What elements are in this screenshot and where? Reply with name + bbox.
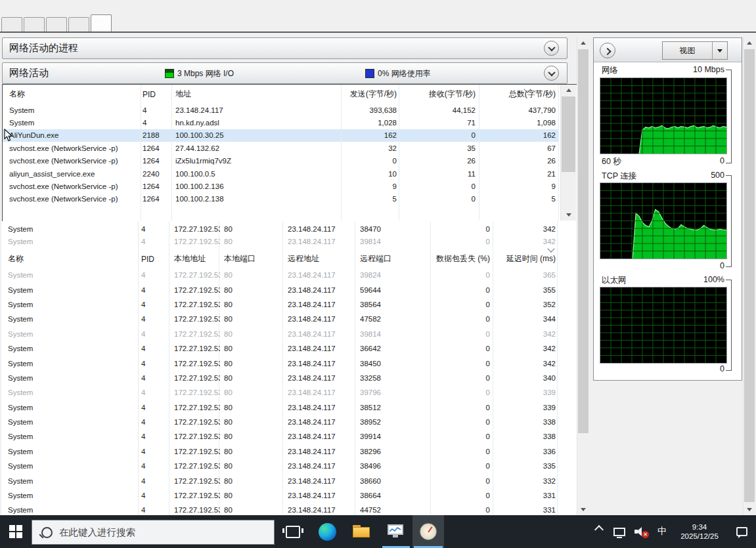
- file-explorer-button[interactable]: [347, 515, 376, 548]
- column-header-remote-address[interactable]: 远程地址: [284, 253, 356, 264]
- right-pane-scrollbar[interactable]: [743, 37, 755, 515]
- cell-total: 1,098: [479, 119, 558, 127]
- cell-latency: 342: [494, 238, 558, 245]
- table-row[interactable]: System 4 hn.kd.ny.adsl 1,028 71 1,098: [3, 116, 558, 129]
- scroll-down-button[interactable]: [744, 504, 755, 515]
- scrollbar-thumb[interactable]: [562, 96, 575, 172]
- cell-total: 21: [479, 170, 558, 178]
- column-header-packet-loss[interactable]: 数据包丢失 (%): [432, 253, 494, 264]
- scrollbar-thumb[interactable]: [744, 49, 755, 502]
- table-row[interactable]: System 4 172.27.192.53 80 23.148.24.117 …: [1, 341, 558, 356]
- edge-button[interactable]: [313, 515, 342, 548]
- cell-remote-address: 23.148.24.117: [284, 225, 356, 233]
- start-button[interactable]: [0, 515, 32, 548]
- activity-table-scrollbar[interactable]: [560, 85, 576, 221]
- column-header-local-port[interactable]: 本地端口: [220, 253, 284, 264]
- table-row[interactable]: AliYunDun.exe 2188 100.100.30.25 162 0 1…: [3, 129, 558, 142]
- collapse-button[interactable]: [544, 41, 559, 56]
- taskbar-search-input[interactable]: 在此键入进行搜索: [32, 520, 275, 545]
- section-header-network-processes[interactable]: 网络活动的进程: [2, 37, 567, 59]
- column-header-local-address[interactable]: 本地地址: [170, 253, 220, 264]
- table-row[interactable]: svchost.exe (NetworkService -p) 1264 100…: [3, 193, 558, 205]
- tab[interactable]: [46, 17, 67, 32]
- cell-packet-loss: 0: [432, 345, 494, 352]
- table-row[interactable]: aliyun_assist_service.exe 2240 100.100.0…: [3, 167, 558, 180]
- scrollbar-thumb[interactable]: [578, 49, 589, 433]
- scroll-down-button[interactable]: [577, 504, 589, 515]
- table-row[interactable]: System 4 172.27.192.53 80 23.148.24.117 …: [1, 371, 558, 385]
- table-row[interactable]: System 4 172.27.192.53 80 23.148.24.117 …: [1, 473, 558, 488]
- expand-panel-button[interactable]: [600, 43, 615, 58]
- clock[interactable]: 9:34 2025/12/25: [672, 515, 727, 548]
- column-header-name[interactable]: 名称: [1, 253, 139, 264]
- tab[interactable]: [68, 17, 89, 32]
- table-row[interactable]: System 4 172.27.192.53 80 23.148.24.117 …: [1, 297, 558, 312]
- cell-remote-address: 23.148.24.117: [284, 448, 356, 455]
- scroll-up-button[interactable]: [577, 37, 589, 49]
- table-row[interactable]: System 4 23.148.24.117 393,638 44,152 43…: [3, 104, 558, 116]
- network-chart: [600, 77, 727, 154]
- cell-total: 9: [479, 182, 558, 190]
- cell-remote-port: 38450: [356, 360, 432, 368]
- scroll-up-button[interactable]: [744, 37, 755, 49]
- cell-packet-loss: 0: [432, 225, 494, 233]
- table-row[interactable]: System 4 172.27.192.53 80 23.148.24.117 …: [1, 488, 558, 503]
- table-row[interactable]: System 4 172.27.192.53 80 23.148.24.117 …: [1, 415, 558, 429]
- column-header-name[interactable]: 名称: [3, 89, 141, 100]
- table-row[interactable]: System 4 172.27.192.53 80 23.148.24.117 …: [1, 222, 558, 235]
- cell-name: System: [1, 492, 139, 499]
- table-row[interactable]: System 4 172.27.192.53 80 23.148.24.117 …: [1, 429, 558, 444]
- ethernet-chart-zero: 0: [720, 364, 724, 373]
- view-button[interactable]: 视图: [662, 41, 728, 60]
- column-header-remote-port[interactable]: 远程端口: [356, 253, 432, 264]
- performance-monitor-button[interactable]: [381, 515, 411, 548]
- tab[interactable]: [24, 17, 45, 32]
- table-row[interactable]: System 4 172.27.192.53 80 23.148.24.117 …: [1, 235, 558, 247]
- table-row[interactable]: svchost.exe (NetworkService -p) 1264 27.…: [3, 142, 558, 154]
- table-row[interactable]: System 4 172.27.192.53 80 23.148.24.117 …: [1, 268, 558, 282]
- table-row[interactable]: System 4 172.27.192.53 80 23.148.24.117 …: [1, 282, 558, 297]
- cell-name: System: [1, 301, 139, 308]
- volume-muted-icon[interactable]: ✕: [630, 515, 652, 548]
- tab[interactable]: [1, 17, 22, 32]
- task-view-button[interactable]: [278, 515, 307, 548]
- column-header-address[interactable]: 地址: [171, 89, 341, 100]
- scroll-down-button[interactable]: [561, 209, 576, 221]
- column-header-send[interactable]: 发送(字节/秒): [341, 89, 399, 100]
- cell-local-address: 172.27.192.53: [170, 238, 220, 245]
- column-header-recv[interactable]: 接收(字节/秒): [399, 89, 479, 100]
- network-usage-legend-icon: [365, 69, 374, 78]
- table-row[interactable]: System 4 172.27.192.53 80 23.148.24.117 …: [1, 400, 558, 415]
- hidden-icons-button[interactable]: [589, 515, 609, 548]
- table-row[interactable]: System 4 172.27.192.53 80 23.148.24.117 …: [1, 503, 558, 515]
- column-header-latency[interactable]: 延迟时间 (ms): [494, 253, 558, 264]
- collapse-button[interactable]: [544, 66, 559, 81]
- table-row[interactable]: System 4 172.27.192.53 80 23.148.24.117 …: [1, 444, 558, 459]
- performance-monitor-icon: [388, 524, 405, 539]
- table-row[interactable]: System 4 172.27.192.53 80 23.148.24.117 …: [1, 385, 558, 400]
- resource-monitor-button[interactable]: [412, 515, 444, 548]
- column-header-pid[interactable]: PID: [139, 255, 170, 264]
- action-center-button[interactable]: [727, 515, 756, 548]
- table-row[interactable]: svchost.exe (NetworkService -p) 1264 100…: [3, 180, 558, 192]
- cell-address: 100.100.2.136: [171, 182, 341, 190]
- chevron-down-icon: [548, 43, 555, 51]
- view-dropdown-arrow[interactable]: [712, 42, 727, 59]
- table-row[interactable]: System 4 172.27.192.53 80 23.148.24.117 …: [1, 356, 558, 370]
- cell-remote-address: 23.148.24.117: [284, 330, 356, 338]
- cell-remote-address: 23.148.24.117: [284, 271, 356, 279]
- ime-indicator[interactable]: 中: [652, 515, 672, 548]
- table-row[interactable]: System 4 172.27.192.53 80 23.148.24.117 …: [1, 312, 558, 326]
- scroll-up-button[interactable]: [561, 85, 576, 96]
- section-header-network-activity[interactable]: 网络活动 3 Mbps 网络 I/O 0% 网络使用率: [2, 62, 567, 84]
- table-row[interactable]: svchost.exe (NetworkService -p) 1264 iZx…: [3, 155, 558, 167]
- table-row[interactable]: System 4 172.27.192.53 80 23.148.24.117 …: [1, 459, 558, 473]
- cell-name: System: [1, 462, 139, 470]
- column-header-total[interactable]: 总数(字节/秒): [479, 89, 558, 100]
- cell-packet-loss: 0: [432, 462, 494, 470]
- left-pane-scrollbar[interactable]: [577, 37, 589, 515]
- table-row[interactable]: System 4 172.27.192.53 80 23.148.24.117 …: [1, 327, 558, 341]
- column-header-pid[interactable]: PID: [141, 90, 171, 99]
- network-tray-icon[interactable]: [609, 515, 630, 548]
- tab[interactable]: [91, 14, 112, 32]
